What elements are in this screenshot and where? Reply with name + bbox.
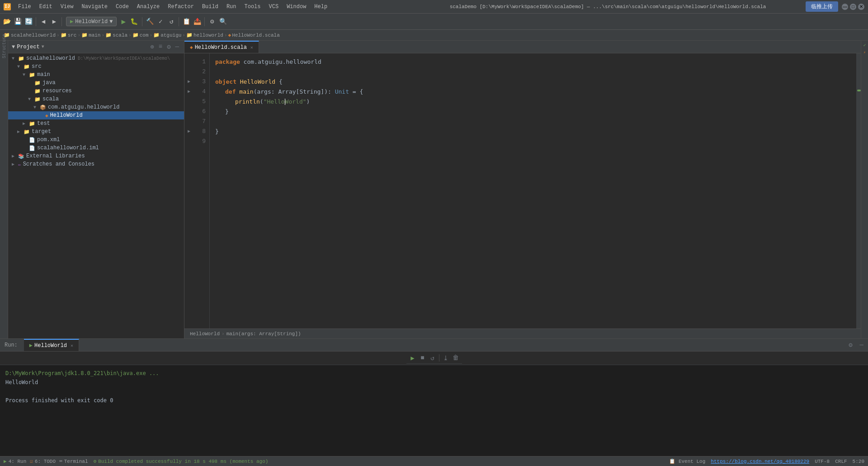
status-todo-tab[interactable]: 6: TODO (35, 459, 56, 464)
code-line-8: } (215, 127, 851, 137)
breadcrumb-class[interactable]: HelloWorld (190, 331, 220, 337)
toolbar-search-button[interactable]: 🔍 (218, 17, 228, 27)
toolbar-vcs-button[interactable]: 📋 (181, 17, 191, 27)
tree-item-main[interactable]: ▼ 📁 main (8, 71, 184, 79)
tree-item-pom[interactable]: ▶ 📄 pom.xml (8, 136, 184, 144)
run-label: Run: (2, 342, 20, 348)
code-content[interactable]: package com.atguigu.helloworld object He… (210, 53, 856, 328)
editor-tab-helloworld[interactable]: ◆ HelloWorld.scala ✕ (184, 41, 259, 53)
tree-item-helloworld[interactable]: ▶ ◆ HelloWorld (8, 111, 184, 119)
toolbar: 📂 💾 🔄 ◀ ▶ ▶ HelloWorld ▼ ▶ 🐛 🔨 ✓ ↺ 📋 📤 ⚙… (0, 14, 868, 30)
tree-item-com-atguigu-helloworld[interactable]: ▼ 📦 com.atguigu.helloworld (8, 103, 184, 111)
menu-code[interactable]: Code (112, 3, 132, 11)
breadcrumb-com[interactable]: com (140, 33, 149, 38)
tree-label-main: main (37, 71, 50, 78)
breadcrumb-scala[interactable]: scala (113, 33, 127, 38)
fold-arrow-3[interactable]: ▶ (184, 77, 193, 87)
tree-item-ext-libs[interactable]: ▶ 📚 External Libraries (8, 152, 184, 160)
console-output: D:\MyWork\Program\jdk1.8.0_221\bin\java.… (0, 365, 868, 456)
toolbar-vcs2-button[interactable]: 📤 (192, 17, 202, 27)
breadcrumb-helloworld-file[interactable]: HelloWorld.scala (232, 33, 280, 38)
bottom-tab-close[interactable]: ✕ (71, 343, 73, 348)
run-button[interactable]: ▶ (119, 16, 127, 27)
bottom-tab-helloworld[interactable]: ▶ HelloWorld ✕ (24, 339, 79, 351)
console-clear-button[interactable]: 🗑 (451, 353, 460, 362)
project-expand-button[interactable]: ≡ (157, 43, 164, 51)
maximize-button[interactable]: □ (850, 4, 856, 10)
menu-view[interactable]: View (57, 3, 77, 11)
tree-item-test[interactable]: ▶ 📁 test (8, 119, 184, 128)
tree-arrow-resources: ▶ (28, 88, 33, 94)
tab-close-button[interactable]: ✕ (250, 45, 253, 50)
breadcrumb-method[interactable]: main(args: Array[String]) (226, 331, 301, 337)
toolbar-check-button[interactable]: ✓ (156, 17, 165, 27)
toolbar-build-button[interactable]: 🔨 (145, 17, 155, 27)
console-scroll-end-button[interactable]: ⤓ (441, 353, 450, 362)
toolbar-forward-button[interactable]: ▶ (49, 17, 59, 27)
toolbar-reload-button[interactable]: ↺ (166, 17, 176, 27)
console-line-path: D:\MyWork\Program\jdk1.8.0_221\bin\java.… (5, 369, 863, 378)
menu-help[interactable]: Help (311, 3, 331, 11)
tree-item-scala[interactable]: ▼ 📁 scala (8, 95, 184, 103)
breadcrumb-scalahelloworld[interactable]: scalahelloworld (11, 33, 56, 38)
project-locate-button[interactable]: ⊕ (149, 43, 155, 51)
status-bar-left: ▶ 4: Run ☑ 6: TODO ⌨ Terminal ⚙ Build co… (4, 458, 666, 464)
menu-vcs[interactable]: VCS (265, 3, 283, 11)
tree-item-target[interactable]: ▶ 📁 target (8, 128, 184, 136)
toolbar-sync-button[interactable]: 🔄 (24, 17, 33, 27)
status-terminal-tab[interactable]: Terminal (64, 459, 88, 464)
menu-navigate[interactable]: Navigate (78, 3, 111, 11)
toolbar-open-button[interactable]: 📂 (2, 17, 12, 27)
upload-button[interactable]: 临推上传 (806, 1, 838, 12)
tree-item-resources[interactable]: ▶ 📁 resources (8, 87, 184, 95)
project-settings-button[interactable]: ⚙ (165, 43, 172, 51)
right-sidebar-success-icon: ✓ (862, 43, 868, 48)
fold-arrow-4[interactable]: ▶ (184, 87, 193, 97)
tree-item-scratches[interactable]: ▶ ✏ Scratches and Consoles (8, 160, 184, 168)
menu-refactor[interactable]: Refactor (164, 3, 198, 11)
tree-item-scalahelloworld[interactable]: ▼ 📁 scalahelloworld D:\MyWork\WorkSpaceI… (8, 54, 184, 62)
status-utf8[interactable]: UTF-8 (815, 459, 830, 464)
menu-file[interactable]: File (14, 3, 35, 11)
structure-icon[interactable]: Structure (0, 43, 8, 50)
tree-label-test: test (37, 120, 50, 127)
menu-run[interactable]: Run (223, 3, 240, 11)
run-config-selector[interactable]: ▶ HelloWorld ▼ (66, 17, 117, 26)
tree-icon-target: 📁 (24, 129, 30, 135)
toolbar-separator-5 (204, 17, 205, 26)
breadcrumb-src[interactable]: src (68, 33, 77, 38)
toolbar-run2-button[interactable]: ⚙ (207, 17, 217, 27)
menu-build[interactable]: Build (198, 3, 222, 11)
menu-edit[interactable]: Edit (36, 3, 56, 11)
status-link[interactable]: https://blog.csdn.net/qq_40180229 (711, 459, 809, 464)
console-stop-button[interactable]: ■ (418, 353, 427, 362)
status-event-log[interactable]: 📋 Event Log (669, 458, 705, 464)
tree-item-java[interactable]: ▶ 📁 java (8, 79, 184, 87)
code-editor[interactable]: ▶ ▶ ▶ 1 2 3 4 5 6 7 8 9 pa (184, 53, 861, 328)
status-run-tab[interactable]: 4: Run (9, 459, 27, 464)
breadcrumb-atguigu[interactable]: atguigu (160, 33, 181, 38)
console-restart-button[interactable]: ↺ (428, 353, 437, 362)
project-panel-title[interactable]: ▼ Project ▼ (12, 44, 44, 50)
editor-tabs: ◆ HelloWorld.scala ✕ (184, 41, 861, 53)
debug-button[interactable]: 🐛 (128, 17, 140, 26)
menu-analyze[interactable]: Analyze (133, 3, 163, 11)
close-button[interactable]: ✕ (858, 4, 864, 10)
toolbar-back-button[interactable]: ◀ (38, 17, 48, 27)
bottom-minimize-button[interactable]: — (857, 340, 866, 350)
console-run-button[interactable]: ▶ (408, 353, 417, 362)
project-close-button[interactable]: — (174, 43, 180, 51)
breadcrumb-helloworld-folder[interactable]: helloworld (193, 33, 223, 38)
menu-tools[interactable]: Tools (241, 3, 264, 11)
status-crlf[interactable]: CRLF (835, 459, 847, 464)
breadcrumb-main[interactable]: main (89, 33, 100, 38)
toolbar-save-button[interactable]: 💾 (13, 17, 23, 27)
bottom-settings-button[interactable]: ⚙ (846, 340, 855, 350)
tree-label-ext-libs: External Libraries (26, 153, 85, 159)
minimize-button[interactable]: — (842, 4, 848, 10)
tab-label: HelloWorld.scala (195, 44, 247, 51)
tree-item-src[interactable]: ▼ 📁 src (8, 62, 184, 71)
tree-item-iml[interactable]: ▶ 📄 scalahelloworld.iml (8, 144, 184, 152)
menu-window[interactable]: Window (283, 3, 310, 11)
fold-arrow-8[interactable]: ▶ (184, 127, 193, 137)
